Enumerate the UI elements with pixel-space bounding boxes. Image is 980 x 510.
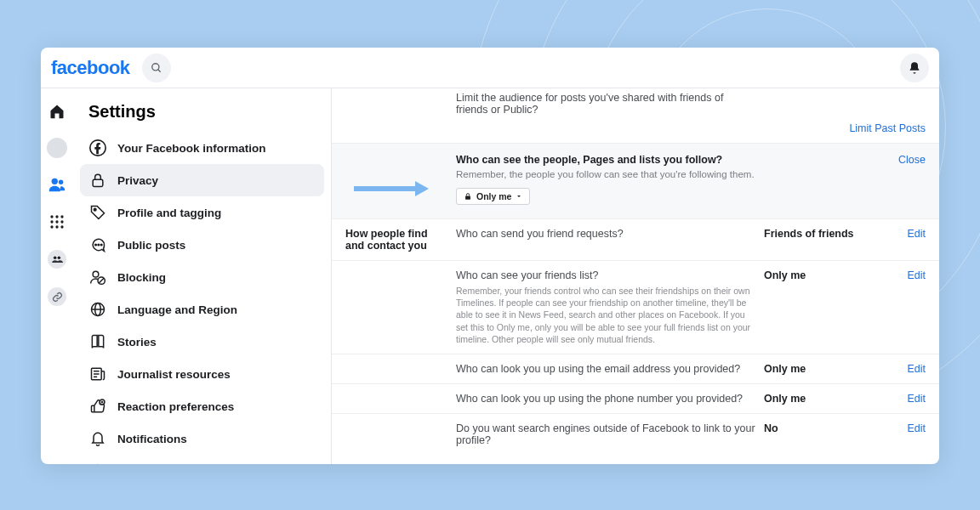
groups-icon <box>51 253 63 265</box>
svg-point-20 <box>100 244 102 246</box>
contact-row: How people find and contact youWho can s… <box>332 218 939 260</box>
sidebar-item-label: Public posts <box>117 239 185 252</box>
rail-link[interactable] <box>46 286 68 308</box>
svg-point-14 <box>58 257 61 260</box>
home-icon <box>48 103 66 120</box>
row-edit-link[interactable]: Edit <box>881 422 926 434</box>
sidebar-item-tag[interactable]: Profile and tagging <box>80 196 324 229</box>
rail-groups[interactable] <box>46 248 68 270</box>
grid-icon <box>49 214 65 230</box>
sidebar-item-label: Blocking <box>117 271 166 284</box>
topbar: facebook <box>41 48 939 88</box>
svg-point-12 <box>60 225 63 228</box>
like-icon <box>88 397 107 416</box>
svg-line-1 <box>157 69 160 71</box>
sidebar-item-book[interactable]: Stories <box>80 326 324 358</box>
news-icon <box>88 365 107 383</box>
expanded-following-panel: Who can see the people, Pages and lists … <box>332 143 939 218</box>
settings-title: Settings <box>80 99 324 132</box>
sidebar-item-news[interactable]: Journalist resources <box>80 358 324 390</box>
audience-selector[interactable]: Only me <box>456 188 530 205</box>
sidebar-item-label: Language and Region <box>117 303 237 316</box>
speech-icon <box>88 235 107 254</box>
svg-point-7 <box>50 220 53 223</box>
bell-icon <box>908 61 921 75</box>
svg-point-8 <box>55 220 58 223</box>
section-label-contact: How people find and contact you <box>345 228 449 252</box>
row-question: Who can see your friends list? <box>456 269 757 281</box>
expanded-subtitle: Remember, the people you follow can see … <box>456 169 875 179</box>
sidebar-item-block[interactable]: Blocking <box>80 261 324 293</box>
search-button[interactable] <box>142 54 171 82</box>
globe-icon <box>88 300 107 319</box>
svg-point-5 <box>55 215 58 218</box>
sidebar-item-fb-circle[interactable]: Your Facebook information <box>80 132 324 164</box>
link-icon <box>52 292 63 303</box>
lock-icon <box>464 192 472 201</box>
row-question: Who can look you up using the phone numb… <box>456 393 757 405</box>
svg-point-9 <box>60 220 63 223</box>
left-rail <box>41 88 73 464</box>
svg-point-19 <box>98 244 100 246</box>
svg-point-4 <box>50 215 53 218</box>
svg-point-11 <box>55 225 58 228</box>
chevron-down-icon <box>516 193 522 200</box>
row-question: Who can look you up using the email addr… <box>456 363 757 375</box>
sidebar-item-label: Profile and tagging <box>117 207 221 219</box>
friends-icon <box>48 175 66 194</box>
body: Settings Your Facebook informationPrivac… <box>41 88 939 464</box>
svg-point-6 <box>60 215 63 218</box>
svg-rect-16 <box>93 179 103 186</box>
rail-grid[interactable] <box>46 211 68 233</box>
audience-selector-label: Only me <box>476 191 511 201</box>
sidebar-item-globe[interactable]: Language and Region <box>80 293 324 326</box>
svg-point-10 <box>50 225 53 228</box>
box-icon <box>88 462 107 464</box>
row-question: Limit the audience for posts you've shar… <box>456 92 757 116</box>
facebook-logo[interactable]: facebook <box>51 57 130 79</box>
rail-avatar[interactable] <box>47 138 67 158</box>
search-icon <box>151 62 162 74</box>
sidebar-item-lock[interactable]: Privacy <box>80 164 324 196</box>
row-limit-posts: Limit the audience for posts you've shar… <box>332 88 939 143</box>
sidebar-item-bell[interactable]: Notifications <box>80 422 324 455</box>
notifications-button[interactable] <box>900 54 929 82</box>
sidebar-item-label: Your Facebook information <box>117 142 266 155</box>
row-edit-link[interactable]: Edit <box>881 393 926 405</box>
row-edit-link[interactable]: Edit <box>881 269 926 281</box>
svg-point-13 <box>54 257 56 260</box>
svg-rect-32 <box>465 196 470 200</box>
row-edit-link[interactable]: Edit <box>881 363 926 375</box>
sidebar-item-label: Notifications <box>117 433 187 445</box>
contact-row: Who can look you up using the phone numb… <box>332 383 939 413</box>
expanded-title: Who can see the people, Pages and lists … <box>456 154 875 166</box>
rail-friends[interactable] <box>46 173 68 196</box>
svg-point-0 <box>151 63 158 70</box>
settings-sidebar: Settings Your Facebook informationPrivac… <box>73 88 332 464</box>
svg-point-3 <box>59 180 64 185</box>
row-description: Remember, your friends control who can s… <box>456 285 757 345</box>
row-value: Only me <box>764 269 875 281</box>
sidebar-item-label: Reaction preferences <box>117 400 234 413</box>
contact-row: Do you want search engines outside of Fa… <box>332 413 939 455</box>
bell-icon <box>88 429 107 448</box>
row-question: Do you want search engines outside of Fa… <box>456 422 757 446</box>
svg-point-18 <box>95 244 97 246</box>
row-value: Only me <box>764 363 875 375</box>
rail-home[interactable] <box>46 100 68 122</box>
main-panel: Limit the audience for posts you've shar… <box>332 88 939 464</box>
sidebar-item-like[interactable]: Reaction preferences <box>80 390 324 422</box>
limit-past-posts-link[interactable]: Limit Past Posts <box>764 122 926 134</box>
sidebar-item-box[interactable]: Apps and Websites <box>80 455 324 464</box>
sidebar-item-speech[interactable]: Public posts <box>80 229 324 261</box>
sidebar-item-label: Stories <box>117 336 157 348</box>
row-value: No <box>764 422 875 434</box>
expanded-close-link[interactable]: Close <box>881 154 926 205</box>
contact-row: Who can see your friends list?Remember, … <box>332 260 939 354</box>
row-edit-link[interactable]: Edit <box>881 228 926 240</box>
svg-point-21 <box>93 271 99 277</box>
svg-point-2 <box>52 178 58 184</box>
lock-icon <box>88 171 107 190</box>
block-icon <box>88 268 107 286</box>
app-window: facebook <box>41 48 939 464</box>
